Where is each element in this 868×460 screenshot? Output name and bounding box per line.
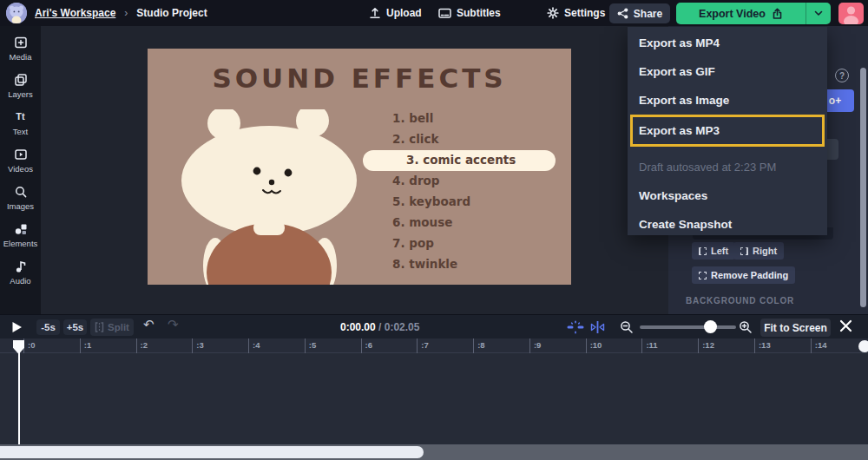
ruler-tick: :8 [473,338,529,353]
subtitles-label: Subtitles [457,7,501,19]
breadcrumb-separator: › [124,7,128,19]
sidebar-item-audio[interactable]: Audio [0,260,41,286]
list-item: 3. comic accents [363,150,556,171]
timeline-zoom-slider[interactable] [640,325,736,329]
subtitles-button[interactable]: Subtitles [438,0,501,26]
export-menu-item[interactable]: Export as Image [628,86,827,115]
sidebar-item-videos[interactable]: Videos [0,148,41,174]
zoom-slider-knob[interactable] [704,320,717,333]
horizontal-scrollbar[interactable] [0,444,868,460]
ruler-tick: :10 [586,338,642,353]
share-icon [617,8,628,19]
total-duration: / 0:02.05 [376,321,420,333]
bear-avatar-icon [6,3,27,23]
ruler-tick: :3 [192,338,248,353]
ruler-ticks: :0:1:2:3:4:5:6:7:8:9:10:11:12:13:14 [23,338,866,353]
export-menu-item[interactable]: Export as MP4 [628,29,827,57]
sidebar-item-images[interactable]: Images [0,185,41,211]
menu-item[interactable]: Workspaces [628,181,827,210]
sidebar-item-layers[interactable]: Layers [0,73,41,99]
export-menu-item[interactable]: Export as MP3 [631,115,824,146]
media-icon [14,36,28,49]
close-timeline-icon[interactable] [839,319,852,332]
forward-5s-button[interactable]: +5s [63,319,87,335]
padding-right-button[interactable]: Right [733,242,784,260]
help-button[interactable]: ? [835,69,849,82]
slide-title: SOUND EFFECTS [148,62,571,94]
ruler-tick: :5 [305,338,361,353]
export-dropdown-menu: Export as MP4Export as GIFExport as Imag… [628,27,827,235]
elements-icon [14,222,28,236]
video-canvas[interactable]: SOUND EFFECTS 1. bell2. click3. comic ac… [148,49,571,285]
zoom-in-icon[interactable] [739,320,753,334]
upload-button[interactable]: Upload [369,0,422,26]
timeline-toolbar: -5s +5s Split ↶ ↷ 0:00.00 / 0:02.05 Fit … [0,314,868,338]
ruler-tick: :2 [136,338,193,353]
project-title: Studio Project [136,7,207,19]
settings-button[interactable]: Settings [547,0,605,26]
undo-button[interactable]: ↶ [143,317,155,332]
ruler-tick: :0 [23,338,80,353]
time-display: 0:00.00 / 0:02.05 [340,321,419,333]
ruler-tick: :9 [529,338,586,353]
sidebar-label-elements: Elements [3,239,38,248]
zoom-out-icon[interactable] [620,320,634,334]
rewind-5s-button[interactable]: -5s [36,319,60,335]
export-menu-item[interactable]: Export as GIF [628,57,827,86]
user-avatar[interactable] [838,3,864,24]
playhead-line[interactable] [18,340,20,444]
list-item: 1. bell [363,108,556,129]
remove-padding-label: Remove Padding [711,270,788,280]
workspace-avatar[interactable] [6,3,27,23]
redo-button[interactable]: ↷ [168,317,179,332]
ruler-tick: :6 [361,338,418,353]
panel-scrollbar[interactable] [860,68,866,307]
list-item: 5. keyboard [363,192,556,213]
top-bar: Ari's Workspace › Studio Project Upload … [0,0,868,26]
layers-icon [14,73,28,87]
split-button[interactable]: Split [90,319,134,336]
music-note-icon [14,260,28,273]
play-button[interactable] [11,321,23,333]
subtitles-icon [438,7,451,19]
padding-left-label: Left [711,246,728,256]
left-sidebar: Media Layers Tt Text Videos Images Eleme… [0,26,41,314]
export-video-button[interactable]: Export Video [676,3,831,24]
sidebar-item-text[interactable]: Tt Text [0,110,41,136]
list-item: 7. pop [363,233,556,254]
ruler-tick: :7 [417,338,473,353]
share-button[interactable]: Share [609,3,670,23]
breadcrumb: Ari's Workspace › Studio Project [35,0,207,26]
background-color-heading: BACKGROUND COLOR [686,296,794,306]
padding-left-icon [699,247,707,255]
padding-left-button[interactable]: Left [692,242,735,260]
share-label: Share [634,8,662,20]
search-icon [14,185,28,199]
remove-padding-button[interactable]: Remove Padding [692,266,795,284]
menu-item[interactable]: Create Snapshot [628,210,827,239]
scrollbar-thumb[interactable] [0,446,424,458]
gear-icon [547,7,559,19]
text-icon: Tt [16,110,24,124]
timeline-ruler[interactable]: :0:1:2:3:4:5:6:7:8:9:10:11:12:13:14 [0,338,868,353]
chevron-down-icon [814,10,823,16]
list-item: 4. drop [363,171,556,192]
split-view-icon[interactable] [590,320,605,334]
export-options-toggle[interactable] [806,3,831,24]
sidebar-item-elements[interactable]: Elements [0,222,41,248]
list-item: 2. click [363,129,556,150]
fit-to-screen-button[interactable]: Fit to Screen [760,319,831,337]
ruler-tick: :1 [80,338,136,353]
ruler-tick: :4 [248,338,305,353]
sidebar-item-media[interactable]: Media [0,36,41,62]
workspace-link[interactable]: Ari's Workspace [35,7,115,19]
split-icon [95,322,104,332]
timeline-end-handle[interactable] [858,340,868,352]
timeline-track-area[interactable]: 1 [0,353,868,444]
padding-right-label: Right [753,246,777,256]
snap-toggle-icon[interactable] [567,320,584,334]
upload-label: Upload [386,7,422,19]
settings-label: Settings [564,7,605,19]
sidebar-label-images: Images [7,201,34,211]
bear-illustration [163,109,389,285]
